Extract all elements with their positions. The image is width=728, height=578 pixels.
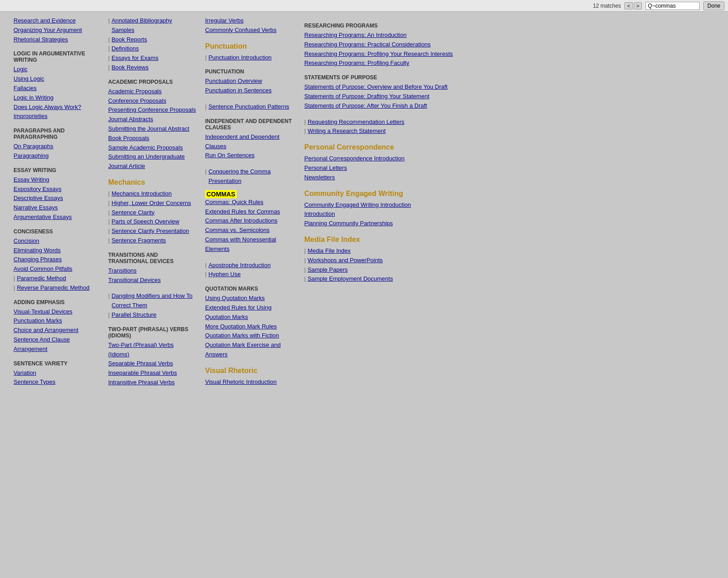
link-paragraphing[interactable]: Paragraphing bbox=[14, 151, 99, 161]
link-confused-verbs[interactable]: Commonly Confused Verbs bbox=[205, 26, 295, 35]
link-eliminating-words[interactable]: Eliminating Words bbox=[14, 246, 99, 255]
pipe-reverse-paramedic[interactable]: Reverse Paramedic Method bbox=[14, 283, 99, 293]
link-researching-practical[interactable]: Researching Programs: Practical Consider… bbox=[304, 40, 494, 50]
pipe-definitions[interactable]: Definitions bbox=[108, 44, 196, 54]
pipe-book-reports[interactable]: Book Reports bbox=[108, 35, 196, 45]
pipe-paramedic[interactable]: Paramedic Method bbox=[14, 274, 99, 283]
link-transitional-devices[interactable]: Transitional Devices bbox=[108, 276, 196, 285]
pipe-book-reviews[interactable]: Book Reviews bbox=[108, 63, 196, 73]
pipe-mechanics-intro[interactable]: Mechanics Introduction bbox=[108, 189, 196, 199]
pipe-parallel-structure[interactable]: Parallel Structure bbox=[108, 310, 196, 320]
link-ind-dep-clauses[interactable]: Independent and Dependent Clauses bbox=[205, 132, 295, 151]
link-extended-quotes[interactable]: Extended Rules for Using Quotation Marks bbox=[205, 303, 295, 322]
link-intransitive-phrasal[interactable]: Intransitive Phrasal Verbs bbox=[108, 378, 196, 387]
link-on-paragraphs[interactable]: On Paragraphs bbox=[14, 142, 99, 151]
pipe-sentence-fragments[interactable]: Sentence Fragments bbox=[108, 236, 196, 246]
link-using-quotes[interactable]: Using Quotation Marks bbox=[205, 294, 295, 303]
link-commas-introductions[interactable]: Commas After Introductions bbox=[205, 216, 295, 226]
link-logic-in-writing[interactable]: Logic in Writing bbox=[14, 93, 99, 103]
link-statements-overview[interactable]: Statements of Purpose: Overview and Befo… bbox=[304, 82, 494, 92]
link-submitting-journal[interactable]: Submitting the Journal Abstract bbox=[108, 124, 196, 134]
link-journal-abstracts[interactable]: Journal Abstracts bbox=[108, 115, 196, 124]
pipe-recommendation[interactable]: Requesting Recommendation Letters bbox=[304, 118, 494, 127]
pipe-parts-speech[interactable]: Parts of Speech Overview bbox=[108, 217, 196, 227]
link-changing-phrases[interactable]: Changing Phrases bbox=[14, 255, 99, 264]
pipe-annotated-bib[interactable]: Annotated Bibliography Samples bbox=[108, 16, 196, 35]
link-community-intro[interactable]: Community Engaged Writing Introduction bbox=[304, 200, 494, 210]
pipe-sentence-clarity-pres[interactable]: Sentence Clarity Presentation bbox=[108, 227, 196, 236]
link-personal-letters[interactable]: Personal Letters bbox=[304, 164, 494, 173]
link-conference-proposals[interactable]: Conference Proposals bbox=[108, 96, 196, 106]
link-statements-drafting[interactable]: Statements of Purpose: Drafting Your Sta… bbox=[304, 92, 494, 101]
link-variation[interactable]: Variation bbox=[14, 369, 99, 378]
link-commas-quick[interactable]: Commas: Quick Rules bbox=[205, 198, 295, 207]
done-button[interactable]: Done bbox=[703, 1, 724, 10]
link-using-logic[interactable]: Using Logic bbox=[14, 74, 99, 84]
link-personal-corr-intro[interactable]: Personal Correspondence Introduction bbox=[304, 154, 494, 164]
link-rhetorical-strategies[interactable]: Rhetorical Strategies bbox=[14, 35, 99, 45]
link-statements-after[interactable]: Statements of Purpose: After You Finish … bbox=[304, 101, 494, 111]
link-submitting-undergrad[interactable]: Submitting an Undergraduate Journal Arti… bbox=[108, 152, 196, 171]
pipe-workshops[interactable]: Workshops and PowerPoints bbox=[304, 256, 494, 265]
pipe-punctuation-intro[interactable]: Punctuation Introduction bbox=[205, 53, 295, 63]
pipe-essays-for-exams[interactable]: Essays for Exams bbox=[108, 54, 196, 63]
link-avoid-pitfalls[interactable]: Avoid Common Pitfalls bbox=[14, 264, 99, 274]
link-commas-semicolons[interactable]: Commas vs. Semicolons bbox=[205, 226, 295, 235]
search-input[interactable] bbox=[646, 2, 700, 10]
link-choice-arrangement[interactable]: Choice and Arrangement bbox=[14, 326, 99, 335]
link-run-on[interactable]: Run On Sentences bbox=[205, 151, 295, 160]
link-improprieties[interactable]: Improprieties bbox=[14, 112, 99, 121]
link-concision[interactable]: Concision bbox=[14, 237, 99, 246]
link-expository[interactable]: Expository Essays bbox=[14, 185, 99, 194]
link-research-evidence[interactable]: Research and Evidence bbox=[14, 16, 99, 26]
pipe-sample-employment[interactable]: Sample Employment Documents bbox=[304, 274, 494, 284]
pipe-apostrophe-intro[interactable]: Apostrophe Introduction bbox=[205, 261, 295, 270]
link-descriptive[interactable]: Descriptive Essays bbox=[14, 194, 99, 203]
link-book-proposals[interactable]: Book Proposals bbox=[108, 134, 196, 143]
link-extended-commas[interactable]: Extended Rules for Commas bbox=[205, 207, 295, 217]
link-sentence-clause[interactable]: Sentence And Clause Arrangement bbox=[14, 335, 99, 354]
link-academic-proposals[interactable]: Academic Proposals bbox=[108, 87, 196, 96]
link-punctuation-marks[interactable]: Punctuation Marks bbox=[14, 316, 99, 326]
link-presenting-conference[interactable]: Presenting Conference Proposals bbox=[108, 105, 196, 115]
pipe-higher-lower[interactable]: Higher, Lower Order Concerns bbox=[108, 199, 196, 208]
link-visual-rhetoric-intro[interactable]: Visual Rhetoric Introduction bbox=[205, 378, 295, 387]
link-researching-faculty[interactable]: Researching Programs: Profiling Faculty bbox=[304, 59, 494, 68]
pipe-conquering-comma[interactable]: Conquering the Comma Presentation bbox=[205, 167, 295, 186]
prev-button[interactable]: < bbox=[624, 2, 632, 9]
link-irregular-verbs[interactable]: Irregular Verbs bbox=[205, 16, 295, 26]
pipe-sample-papers[interactable]: Sample Papers bbox=[304, 265, 494, 275]
link-punctuation-overview[interactable]: Punctuation Overview bbox=[205, 77, 295, 86]
link-quotes-exercise[interactable]: Quotation Mark Exercise and Answers bbox=[205, 341, 295, 360]
link-sentence-types[interactable]: Sentence Types bbox=[14, 378, 99, 387]
link-introduction[interactable]: Introduction bbox=[304, 209, 494, 219]
pipe-media-index[interactable]: Media File Index bbox=[304, 246, 494, 256]
link-sample-academic[interactable]: Sample Academic Proposals bbox=[108, 143, 196, 153]
pipe-sentence-punct[interactable]: Sentence Punctuation Patterns bbox=[205, 102, 295, 112]
link-visual-textual[interactable]: Visual-Textual Devices bbox=[14, 307, 99, 317]
link-narrative[interactable]: Narrative Essays bbox=[14, 203, 99, 213]
link-argumentative[interactable]: Argumentative Essays bbox=[14, 213, 99, 222]
next-button[interactable]: > bbox=[634, 2, 642, 9]
link-planning-community[interactable]: Planning Community Partnerships bbox=[304, 219, 494, 228]
pipe-research-statement[interactable]: Writing a Research Statement bbox=[304, 127, 494, 136]
link-fallacies[interactable]: Fallacies bbox=[14, 84, 99, 93]
link-logic[interactable]: Logic bbox=[14, 65, 99, 74]
link-transitions[interactable]: Transitions bbox=[108, 266, 196, 276]
link-separable-phrasal[interactable]: Separable Phrasal Verbs bbox=[108, 359, 196, 369]
link-essay-writing[interactable]: Essay Writing bbox=[14, 175, 99, 185]
link-inseparable-phrasal[interactable]: Inseparable Phrasal Verbs bbox=[108, 369, 196, 378]
link-commas-nonessential[interactable]: Commas with Nonessential Elements bbox=[205, 235, 295, 254]
pipe-hyphen-use[interactable]: Hyphen Use bbox=[205, 270, 295, 279]
pipe-sentence-clarity[interactable]: Sentence Clarity bbox=[108, 208, 196, 218]
link-researching-intro[interactable]: Researching Programs: An Introduction bbox=[304, 31, 494, 40]
pipe-dangling-modifiers[interactable]: Dangling Modifiers and How To Correct Th… bbox=[108, 291, 196, 310]
link-does-logic[interactable]: Does Logic Always Work? bbox=[14, 103, 99, 112]
link-quotes-fiction[interactable]: Quotation Marks with Fiction bbox=[205, 331, 295, 341]
link-newsletters[interactable]: Newsletters bbox=[304, 173, 494, 182]
link-researching-interests[interactable]: Researching Programs: Profiling Your Res… bbox=[304, 50, 494, 59]
link-more-quotes[interactable]: More Quotation Mark Rules bbox=[205, 322, 295, 332]
link-punctuation-sentences[interactable]: Punctuation in Sentences bbox=[205, 86, 295, 96]
link-two-part-phrasal[interactable]: Two-Part (Phrasal) Verbs (Idioms) bbox=[108, 341, 196, 360]
link-organizing-argument[interactable]: Organizing Your Argument bbox=[14, 26, 99, 35]
